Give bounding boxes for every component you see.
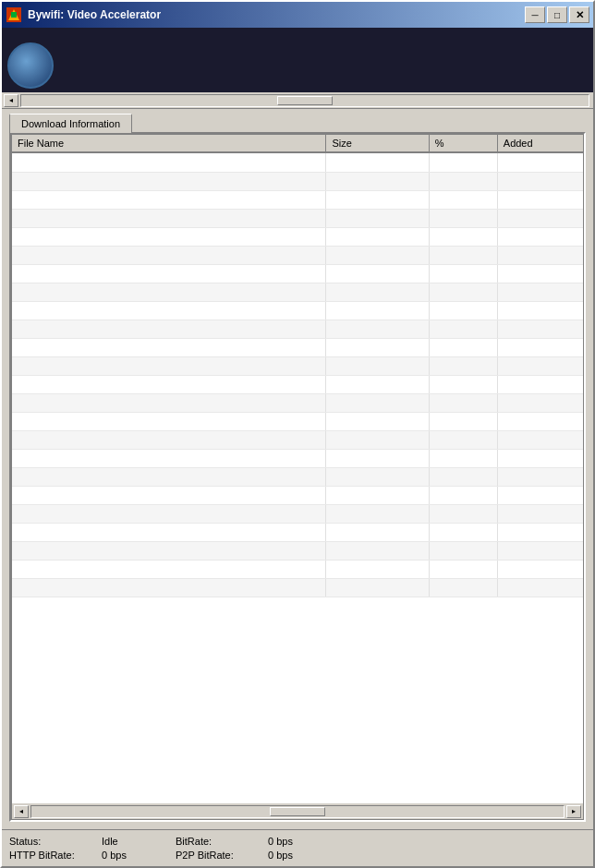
bottom-scrollbar[interactable]: ◂ ▸ (12, 802, 583, 819)
table-row[interactable] (12, 541, 583, 560)
table-row[interactable] (12, 227, 583, 246)
table-header: File Name Size % Added (12, 135, 583, 153)
table-row[interactable] (12, 467, 583, 486)
table-row[interactable] (12, 301, 583, 319)
scroll-right-bottom-arrow[interactable]: ▸ (566, 805, 581, 818)
table-row[interactable] (12, 283, 583, 301)
top-scroll-thumb[interactable] (277, 96, 333, 105)
p2p-bitrate-value: 0 bps (268, 850, 342, 861)
status-label: Status: (9, 836, 102, 847)
minimize-button[interactable]: ─ (525, 6, 545, 23)
title-bar-buttons: ─ □ ✕ (525, 6, 589, 23)
table-row[interactable] (12, 578, 583, 597)
table-row[interactable] (12, 246, 583, 264)
table-row[interactable] (12, 190, 583, 209)
title-bar: Bywifi: Video Accelerator ─ □ ✕ (2, 2, 593, 28)
tab-container: Download Information (2, 109, 593, 132)
status-row-2: HTTP BitRate: 0 bps P2P BitRate: 0 bps (9, 850, 586, 861)
title-bar-left: Bywifi: Video Accelerator (6, 6, 161, 23)
bottom-scroll-track[interactable] (30, 805, 565, 818)
col-header-percent[interactable]: % (429, 135, 497, 152)
main-window: Bywifi: Video Accelerator ─ □ ✕ ◂ Downlo… (0, 0, 595, 868)
http-bitrate-label: HTTP BitRate: (9, 850, 102, 861)
status-row-1: Status: Idle BitRate: 0 bps (9, 836, 586, 847)
bitrate-label: BitRate: (176, 836, 268, 847)
table-row[interactable] (12, 338, 583, 356)
top-scroll-track[interactable] (20, 94, 589, 107)
tab-label: Download Information (21, 118, 120, 129)
close-button[interactable]: ✕ (569, 6, 589, 23)
table-row[interactable] (12, 430, 583, 449)
table-row[interactable] (12, 560, 583, 578)
table-row[interactable] (12, 153, 583, 172)
table-inner: File Name Size % Added (11, 134, 584, 820)
table-row[interactable] (12, 264, 583, 283)
col-header-filename[interactable]: File Name (12, 135, 326, 152)
top-scrollbar[interactable]: ◂ (2, 92, 593, 109)
app-logo (7, 42, 54, 89)
col-header-size[interactable]: Size (326, 135, 429, 152)
p2p-bitrate-label: P2P BitRate: (176, 850, 268, 861)
table-row[interactable] (12, 449, 583, 467)
maximize-button[interactable]: □ (547, 6, 567, 23)
table-row[interactable] (12, 375, 583, 393)
bottom-scroll-thumb[interactable] (270, 807, 325, 816)
table-container: File Name Size % Added (9, 132, 586, 822)
app-header (2, 28, 593, 92)
scroll-left-arrow[interactable]: ◂ (4, 94, 18, 107)
app-icon (6, 6, 22, 23)
main-content: File Name Size % Added (2, 132, 593, 829)
table-row[interactable] (12, 393, 583, 412)
table-row[interactable] (12, 504, 583, 523)
svg-rect-2 (11, 12, 17, 18)
tab-download-information[interactable]: Download Information (9, 114, 132, 133)
scroll-left-bottom-arrow[interactable]: ◂ (14, 805, 29, 818)
status-bar: Status: Idle BitRate: 0 bps HTTP BitRate… (2, 829, 593, 866)
bitrate-value: 0 bps (268, 836, 342, 847)
http-bitrate-value: 0 bps (102, 850, 176, 861)
table-row[interactable] (12, 319, 583, 338)
status-value: Idle (102, 836, 176, 847)
table-row[interactable] (12, 356, 583, 375)
table-row[interactable] (12, 209, 583, 227)
col-header-added[interactable]: Added (497, 135, 583, 152)
table-row[interactable] (12, 412, 583, 430)
window-title: Bywifi: Video Accelerator (28, 8, 161, 21)
table-row[interactable] (12, 172, 583, 190)
table-row[interactable] (12, 523, 583, 541)
table-body-wrapper[interactable] (12, 153, 583, 802)
table-row[interactable] (12, 486, 583, 504)
table-body (12, 153, 583, 597)
